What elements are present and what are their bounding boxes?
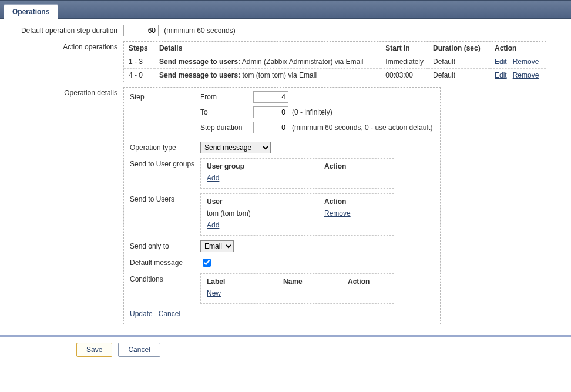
- duration-hint: (minimum 60 seconds): [164, 26, 235, 35]
- cell-duration: Default: [428, 69, 490, 82]
- users-row-user: tom (tom tom): [207, 209, 324, 217]
- cell-steps: 1 - 3: [124, 55, 154, 69]
- tab-operations[interactable]: Operations: [4, 4, 58, 19]
- cell-start: 00:03:00: [381, 69, 428, 82]
- cell-duration: Default: [428, 55, 490, 69]
- sendonly-select[interactable]: Email: [200, 240, 234, 252]
- step-label: Step: [130, 91, 200, 101]
- users-h2: Action: [324, 197, 388, 206]
- th-duration: Duration (sec): [428, 42, 490, 55]
- duration-input[interactable]: [123, 25, 159, 36]
- to-input[interactable]: [253, 106, 288, 118]
- operations-table: Steps Details Start in Duration (sec) Ac…: [123, 41, 546, 82]
- optype-label: Operation type: [130, 142, 200, 152]
- operation-details-box: Step From To (0 - infinitely) Step dur: [123, 87, 441, 324]
- stepdur-hint: (minimum 60 seconds, 0 - use action defa…: [292, 123, 432, 132]
- cell-start: Immediately: [381, 55, 428, 69]
- stepdur-label: Step duration: [200, 123, 253, 132]
- tab-bar: Operations: [0, 0, 571, 19]
- from-input[interactable]: [253, 91, 288, 103]
- edit-link[interactable]: Edit: [495, 58, 507, 66]
- stepdur-input[interactable]: [253, 122, 288, 133]
- cond-h3: Action: [348, 277, 388, 286]
- cond-label: Conditions: [130, 273, 200, 283]
- users-h1: User: [207, 197, 324, 206]
- edit-link[interactable]: Edit: [495, 71, 507, 79]
- cell-details: Send message to users: Admin (Zabbix Adm…: [154, 55, 381, 69]
- to-label: To: [200, 108, 253, 116]
- users-box: User Action tom (tom tom) Remove Add: [200, 193, 394, 236]
- conditions-box: Label Name Action New: [200, 273, 394, 304]
- details-label: Operation details: [6, 87, 123, 97]
- user-groups-box: User group Action Add: [200, 158, 394, 189]
- groups-h2: Action: [324, 162, 388, 170]
- groups-h1: User group: [207, 162, 324, 170]
- users-add-link[interactable]: Add: [207, 221, 219, 229]
- save-button[interactable]: Save: [76, 343, 112, 357]
- th-start: Start in: [381, 42, 428, 55]
- table-row: 1 - 3 Send message to users: Admin (Zabb…: [124, 55, 546, 69]
- from-label: From: [200, 93, 253, 101]
- cond-h2: Name: [283, 277, 348, 286]
- optype-select[interactable]: Send message: [200, 142, 271, 153]
- table-row: 4 - 0 Send message to users: tom (tom to…: [124, 69, 546, 82]
- duration-label: Default operation step duration: [6, 25, 123, 35]
- cancel-button[interactable]: Cancel: [118, 343, 160, 357]
- update-link[interactable]: Update: [130, 310, 153, 318]
- actions-label: Action operations: [6, 41, 123, 51]
- groups-label: Send to User groups: [130, 158, 200, 168]
- cell-details: Send message to users: tom (tom tom) via…: [154, 69, 381, 82]
- users-label: Send to Users: [130, 193, 200, 203]
- th-details: Details: [154, 42, 381, 55]
- cond-new-link[interactable]: New: [207, 289, 221, 297]
- users-row-remove-link[interactable]: Remove: [324, 209, 351, 217]
- cancel-link[interactable]: Cancel: [159, 310, 180, 318]
- to-hint: (0 - infinitely): [292, 108, 332, 116]
- cell-steps: 4 - 0: [124, 69, 154, 82]
- th-action: Action: [490, 42, 546, 55]
- sendonly-label: Send only to: [130, 240, 200, 250]
- groups-add-link[interactable]: Add: [207, 174, 219, 182]
- cond-h1: Label: [207, 277, 283, 286]
- defmsg-label: Default message: [130, 257, 200, 267]
- defmsg-checkbox[interactable]: [203, 259, 211, 267]
- remove-link[interactable]: Remove: [513, 71, 539, 79]
- th-steps: Steps: [124, 42, 154, 55]
- remove-link[interactable]: Remove: [513, 58, 539, 66]
